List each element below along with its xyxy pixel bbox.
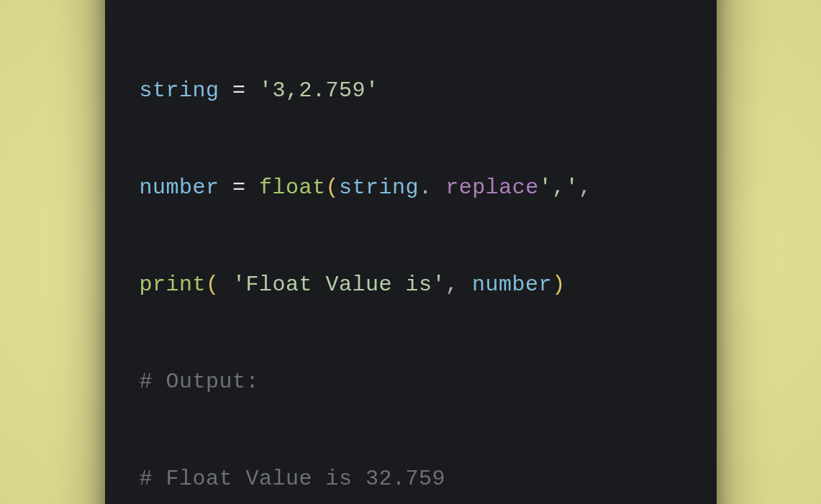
token-punct: , [445, 272, 472, 297]
token-punct: , [579, 175, 592, 200]
token-comment: # Float Value is 32.759 [140, 467, 446, 491]
token-comment: # Output: [140, 370, 260, 394]
token-paren: ( [326, 175, 340, 200]
token-operator: = [219, 175, 260, 200]
code-block: string = '3,2.759' number = float(string… [140, 10, 682, 504]
token-operator: = [219, 78, 260, 103]
token-variable: number [472, 272, 552, 297]
code-window: string = '3,2.759' number = float(string… [105, 0, 717, 504]
code-line-3: print( 'Float Value is', number) [140, 269, 682, 301]
token-function: float [259, 175, 326, 200]
token-method: replace [432, 175, 539, 200]
token-paren: ( [206, 272, 232, 297]
token-variable: string [339, 175, 419, 200]
token-string: 'Float Value is' [232, 272, 445, 297]
code-line-4: # Output: [140, 366, 682, 398]
token-variable: number [140, 175, 219, 200]
token-punct: . [419, 175, 432, 200]
code-line-2: number = float(string. replace',', [140, 172, 682, 204]
token-paren: ) [552, 272, 566, 297]
token-variable: string [140, 78, 219, 103]
code-line-5: # Float Value is 32.759 [140, 463, 682, 495]
token-string: '3,2.759' [259, 78, 379, 103]
token-function: print [140, 272, 207, 297]
token-string: ',' [539, 175, 579, 200]
code-line-1: string = '3,2.759' [140, 75, 682, 107]
